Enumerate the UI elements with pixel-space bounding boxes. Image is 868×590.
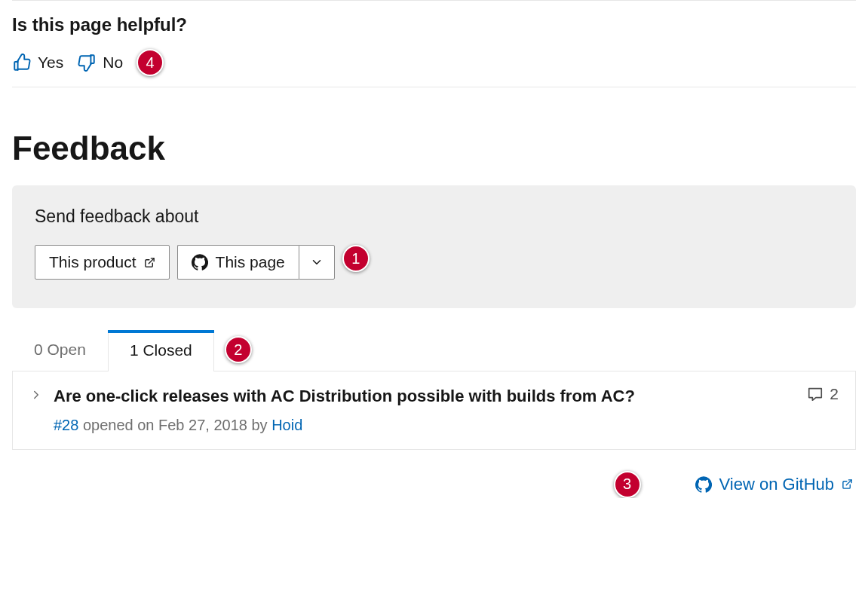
tab-open-label: 0 Open: [34, 341, 86, 358]
annotation-badge-3: 3: [614, 471, 641, 498]
issue-comments[interactable]: 2: [807, 385, 839, 403]
helpful-title: Is this page helpful?: [12, 14, 856, 35]
issue-row: Are one-click releases with AC Distribut…: [12, 371, 856, 450]
thumbs-up-icon: [12, 53, 32, 72]
external-link-icon: [144, 257, 155, 268]
send-feedback-label: Send feedback about: [35, 206, 833, 227]
this-product-button[interactable]: This product: [35, 245, 170, 280]
divider: [12, 87, 856, 87]
tab-closed-label: 1 Closed: [130, 341, 192, 359]
helpful-yes-label: Yes: [38, 53, 63, 72]
this-page-dropdown-button[interactable]: [299, 245, 335, 280]
this-page-split-button: This page: [177, 245, 335, 280]
issue-body: Are one-click releases with AC Distribut…: [54, 385, 796, 434]
footer-row: 3 View on GitHub: [12, 450, 856, 498]
helpful-buttons-row: Yes No 4: [12, 49, 856, 76]
issue-opened-text: opened on Feb 27, 2018 by: [78, 417, 271, 433]
view-on-github-label: View on GitHub: [719, 475, 834, 494]
annotation-badge-4: 4: [136, 49, 164, 76]
spacer: [655, 471, 682, 498]
helpful-yes-button[interactable]: Yes: [12, 53, 63, 72]
tab-open[interactable]: 0 Open: [12, 329, 108, 371]
thumbs-down-icon: [77, 53, 97, 72]
comment-count: 2: [830, 385, 839, 403]
issues-tabs: 0 Open 1 Closed 2: [12, 329, 856, 371]
comment-icon: [807, 386, 824, 402]
annotation-badge-1: 1: [342, 245, 370, 272]
this-page-label: This page: [216, 253, 285, 271]
chevron-right-icon: [29, 388, 43, 402]
feedback-heading: Feedback: [12, 130, 856, 167]
this-page-button[interactable]: This page: [177, 245, 299, 280]
send-feedback-panel: Send feedback about This product This pa…: [12, 185, 856, 308]
helpful-no-button[interactable]: No: [77, 53, 123, 72]
svg-line-1: [846, 480, 851, 485]
issue-expand-toggle[interactable]: [29, 385, 43, 402]
issue-number-link[interactable]: #28: [54, 417, 78, 433]
this-product-label: This product: [49, 253, 136, 271]
svg-line-0: [149, 258, 154, 263]
issue-meta: #28 opened on Feb 27, 2018 by Hoid: [54, 417, 796, 434]
issue-author-link[interactable]: Hoid: [271, 417, 302, 433]
external-link-icon: [842, 478, 853, 490]
chevron-down-icon: [310, 255, 324, 269]
tab-closed[interactable]: 1 Closed: [108, 330, 214, 371]
annotation-badge-2: 2: [225, 336, 252, 363]
helpful-no-label: No: [103, 53, 123, 72]
feedback-button-row: This product This page 1: [35, 245, 833, 280]
github-icon: [695, 476, 712, 493]
view-on-github-link[interactable]: View on GitHub: [695, 475, 853, 494]
helpful-section: Is this page helpful? Yes No 4: [12, 1, 856, 87]
issues-tabs-container: 0 Open 1 Closed 2 Are one-click releases…: [12, 329, 856, 450]
issue-title[interactable]: Are one-click releases with AC Distribut…: [54, 385, 796, 408]
github-icon: [192, 254, 208, 271]
